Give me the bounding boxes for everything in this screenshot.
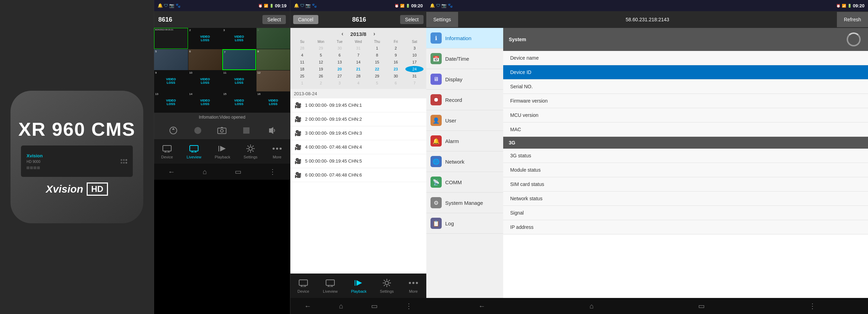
- home-btn[interactable]: ⌂: [198, 166, 212, 178]
- cal-day-25[interactable]: 25: [293, 73, 311, 79]
- cal-day-3next[interactable]: 3: [331, 80, 349, 86]
- nav-playback[interactable]: Playback: [215, 144, 230, 159]
- settings-menu-alarm[interactable]: 🔔 Alarm: [426, 131, 503, 151]
- cal-day-2[interactable]: 2: [387, 45, 405, 51]
- cal-day-4next[interactable]: 4: [349, 80, 368, 86]
- audio-btn[interactable]: [265, 125, 276, 136]
- cal-day-12[interactable]: 12: [312, 59, 330, 65]
- st-home-btn[interactable]: ⌂: [585, 300, 599, 312]
- cal-day-19[interactable]: 19: [312, 66, 330, 72]
- cal-day-14[interactable]: 14: [349, 59, 368, 65]
- cal-day-31prev[interactable]: 31: [349, 45, 368, 51]
- nav-device[interactable]: Device: [161, 144, 173, 159]
- cal-day-21[interactable]: 21: [349, 66, 368, 72]
- camera-cell-5[interactable]: 5: [154, 49, 188, 70]
- cal-day-10[interactable]: 10: [405, 52, 424, 58]
- pb-nav-liveview[interactable]: Liveview: [323, 278, 338, 293]
- nav-liveview[interactable]: Liveview: [187, 144, 201, 159]
- cal-day-31[interactable]: 31: [405, 73, 424, 79]
- st-recents-btn[interactable]: ▭: [693, 300, 710, 312]
- pb-nav-settings[interactable]: Settings: [380, 278, 394, 293]
- settings-tab-btn[interactable]: Settings: [426, 12, 458, 27]
- camera-cell-14[interactable]: 14 VIDEOLOSS: [188, 92, 222, 113]
- settings-menu-comm[interactable]: 📡 COMM: [426, 172, 503, 193]
- camera-cell-6[interactable]: 6: [188, 49, 222, 70]
- camera-cell-8[interactable]: 8: [256, 49, 290, 70]
- dropdown-ip-address[interactable]: IP address: [503, 220, 868, 234]
- cal-day-9[interactable]: 9: [387, 52, 405, 58]
- pb-nav-playback[interactable]: Playback: [351, 278, 367, 293]
- st-menu-btn[interactable]: ⋮: [804, 300, 821, 312]
- settings-menu-network[interactable]: 🌐 Network: [426, 151, 503, 172]
- cal-day-17[interactable]: 17: [405, 59, 424, 65]
- cal-day-4[interactable]: 4: [293, 52, 311, 58]
- cal-day-20[interactable]: 20: [331, 66, 349, 72]
- cal-next-btn[interactable]: ›: [373, 31, 375, 37]
- cal-day-27[interactable]: 27: [331, 73, 349, 79]
- cal-day-22[interactable]: 22: [368, 66, 386, 72]
- settings-menu-log[interactable]: 📋 Log: [426, 213, 503, 234]
- settings-menu-datetime[interactable]: 📅 Date/Time: [426, 48, 503, 69]
- camera-cell-10[interactable]: 10 VIDEOLOSS: [188, 70, 222, 91]
- settings-refresh-btn[interactable]: Refresh: [837, 12, 868, 27]
- back-btn[interactable]: ←: [163, 166, 180, 178]
- settings-menu-system-manage[interactable]: ⚙ System Manage: [426, 193, 503, 213]
- menu-btn[interactable]: ⋮: [264, 165, 281, 178]
- camera-cell-9[interactable]: 9 VIDEOLOSS: [154, 70, 188, 91]
- cal-day-11[interactable]: 11: [293, 59, 311, 65]
- dropdown-device-name[interactable]: Device name: [503, 51, 868, 65]
- camera-cell-3[interactable]: 3 VIDEOLOSS: [222, 28, 256, 49]
- camera-cell-7[interactable]: 7: [222, 49, 256, 70]
- cal-day-6[interactable]: 6: [331, 52, 349, 58]
- settings-menu-information[interactable]: ℹ Information: [426, 28, 503, 48]
- dropdown-sim-status[interactable]: SIM card status: [503, 177, 868, 192]
- pb-back-btn[interactable]: ←: [299, 300, 316, 312]
- cal-day-8[interactable]: 8: [368, 52, 386, 58]
- st-back-btn[interactable]: ←: [473, 300, 490, 312]
- stop-btn[interactable]: [241, 125, 252, 136]
- pb-menu-btn[interactable]: ⋮: [400, 300, 417, 312]
- camera-cell-11[interactable]: 11 VIDEOLOSS: [222, 70, 256, 91]
- liveview-select-btn[interactable]: Select: [262, 15, 286, 24]
- cal-day-28[interactable]: 28: [349, 73, 368, 79]
- settings-menu-record[interactable]: ⏺ Record: [426, 90, 503, 110]
- record-btn[interactable]: [192, 125, 203, 136]
- pb-nav-more[interactable]: More: [407, 278, 420, 293]
- dropdown-mac[interactable]: MAC: [503, 122, 868, 137]
- camera-cell-2[interactable]: 2 VIDEOLOSS: [188, 28, 222, 49]
- recents-btn[interactable]: ▭: [230, 165, 246, 178]
- record-item-2[interactable]: 🎥 2 00:00:00- 09:19:45 CHN:2: [290, 112, 426, 126]
- cal-day-29prev[interactable]: 29: [312, 45, 330, 51]
- camera-cell-12[interactable]: 12: [256, 70, 290, 91]
- settings-menu-display[interactable]: 🖥 Display: [426, 69, 503, 90]
- cal-day-7next[interactable]: 7: [405, 80, 424, 86]
- cal-day-5[interactable]: 5: [312, 52, 330, 58]
- nav-more[interactable]: More: [271, 144, 283, 159]
- camera-cell-13[interactable]: 13 VIDEOLOSS: [154, 92, 188, 113]
- cal-prev-btn[interactable]: ‹: [341, 31, 343, 37]
- record-item-4[interactable]: 🎥 4 00:00:00- 07:46:48 CHN:4: [290, 140, 426, 154]
- camera-cell-16[interactable]: 16 VIDEOLOSS: [256, 92, 290, 113]
- record-item-1[interactable]: 🎥 1 00:00:00- 09:19:45 CHN:1: [290, 98, 426, 112]
- cal-day-5next[interactable]: 5: [368, 80, 386, 86]
- dropdown-firmware-version[interactable]: Firmware version: [503, 94, 868, 108]
- cal-day-1[interactable]: 1: [368, 45, 386, 51]
- pb-nav-device[interactable]: Device: [297, 278, 310, 293]
- snapshot-btn[interactable]: [216, 125, 227, 136]
- dropdown-network-status[interactable]: Network status: [503, 192, 868, 206]
- cal-day-6next[interactable]: 6: [387, 80, 405, 86]
- dropdown-mcu-version[interactable]: MCU version: [503, 108, 868, 122]
- cal-day-23[interactable]: 23: [387, 66, 405, 72]
- camera-cell-15[interactable]: 15 VIDEOLOSS: [222, 92, 256, 113]
- cal-day-3[interactable]: 3: [405, 45, 424, 51]
- camera-cell-4[interactable]: 4: [256, 28, 290, 49]
- cal-day-16[interactable]: 16: [387, 59, 405, 65]
- dropdown-signal[interactable]: Signal: [503, 206, 868, 220]
- playback-cancel-btn[interactable]: Cancel: [293, 15, 318, 24]
- cal-day-29[interactable]: 29: [368, 73, 386, 79]
- pb-home-btn[interactable]: ⌂: [334, 300, 348, 312]
- dropdown-device-id[interactable]: Device ID: [503, 65, 868, 80]
- cal-day-15[interactable]: 15: [368, 59, 386, 65]
- cal-day-28prev[interactable]: 28: [293, 45, 311, 51]
- cal-day-26[interactable]: 26: [312, 73, 330, 79]
